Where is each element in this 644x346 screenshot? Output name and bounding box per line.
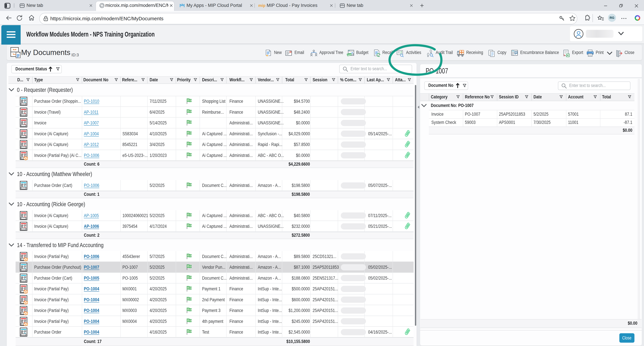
- svg-text:$: $: [515, 51, 516, 54]
